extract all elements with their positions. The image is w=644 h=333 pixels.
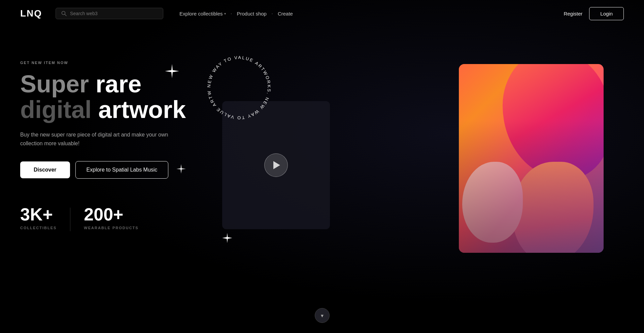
chevron-down-icon: ▾ (321, 312, 324, 319)
hero-word-rare: rare (96, 70, 141, 97)
hero-subtitle: Buy the new super rare piece of digital … (20, 130, 189, 148)
search-box[interactable] (56, 8, 163, 19)
nav-separator-1: · (231, 10, 232, 17)
nav-links: Explore collectibles ▾ · Product shop · … (177, 9, 550, 18)
stats-section: 3K+ COLLECTIBLES 200+ WEARABLE PRODUCTS (20, 206, 222, 231)
discover-button[interactable]: Discover (20, 161, 70, 178)
play-icon (273, 161, 280, 169)
nav-create[interactable]: Create (275, 9, 296, 18)
hero-buttons: Discover Explore to Spatial Labs Music (20, 161, 222, 179)
hero-word-artwork: artwork (98, 96, 186, 123)
brand-logo[interactable]: LNQ (20, 8, 42, 19)
nav-auth: Register Login (564, 7, 624, 20)
stat-wearable: 200+ WEARABLE PRODUCTS (84, 206, 152, 230)
stat-collectibles-label: COLLECTIBLES (20, 226, 57, 230)
sparkle-small-icon (176, 164, 186, 176)
explore-button[interactable]: Explore to Spatial Labs Music (75, 161, 169, 179)
register-button[interactable]: Register (564, 11, 582, 17)
hero-title: Super rare digital artwork (20, 71, 222, 122)
hero-artwork: NEW WAY TO VALUE ARTWORKS. NEW WAY TO VA… (222, 40, 624, 333)
sparkle-large-icon (165, 64, 179, 81)
search-input[interactable] (70, 11, 158, 16)
hero-word-digital: digital (20, 96, 92, 123)
svg-line-1 (65, 14, 67, 16)
hero-content: GET NEW ITEM NOW Super rare digital artw… (20, 40, 222, 231)
hero-section: GET NEW ITEM NOW Super rare digital artw… (0, 27, 644, 333)
svg-text:NEW WAY TO VALUE ARTWORKS. NEW: NEW WAY TO VALUE ARTWORKS. NEW WAY TO VA… (202, 51, 272, 120)
stat-divider (70, 208, 70, 231)
nav-explore[interactable]: Explore collectibles ▾ (177, 9, 228, 18)
stat-collectibles-number: 3K+ (20, 206, 57, 223)
chevron-down-icon: ▾ (224, 12, 226, 16)
artwork-card-main (459, 64, 604, 253)
nav-separator-2: · (271, 10, 273, 17)
sparkle-mid-icon (222, 233, 232, 245)
circular-text: NEW WAY TO VALUE ARTWORKS. NEW WAY TO VA… (202, 51, 276, 125)
scroll-indicator[interactable]: ▾ (315, 308, 330, 323)
hero-word-super: Super (20, 70, 89, 97)
nav-shop[interactable]: Product shop (234, 9, 269, 18)
login-button[interactable]: Login (589, 7, 624, 20)
navbar: LNQ Explore collectibles ▾ · Product sho… (0, 0, 644, 27)
search-icon (61, 11, 67, 16)
stat-wearable-number: 200+ (84, 206, 138, 223)
stat-wearable-label: WEARABLE PRODUCTS (84, 226, 138, 230)
stat-collectibles: 3K+ COLLECTIBLES (20, 206, 70, 230)
play-button[interactable] (264, 153, 288, 177)
hero-badge: GET NEW ITEM NOW (20, 61, 222, 65)
